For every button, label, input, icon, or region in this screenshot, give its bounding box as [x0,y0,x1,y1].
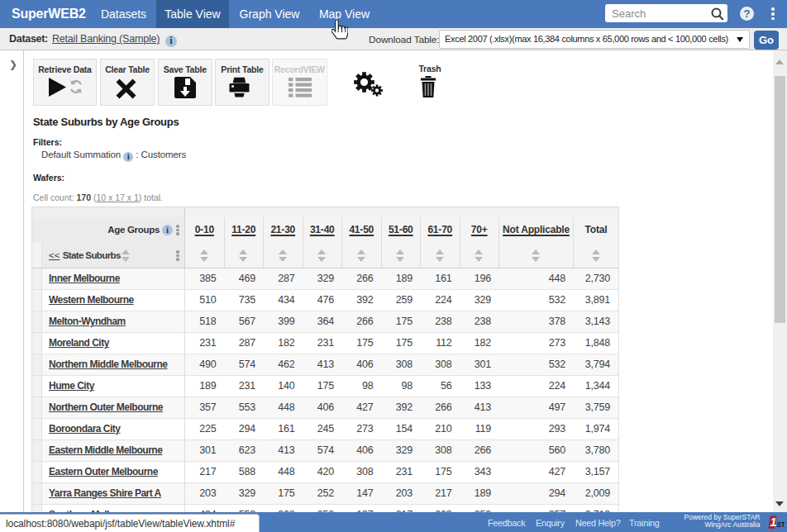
svg-text:ST: ST [776,520,785,529]
